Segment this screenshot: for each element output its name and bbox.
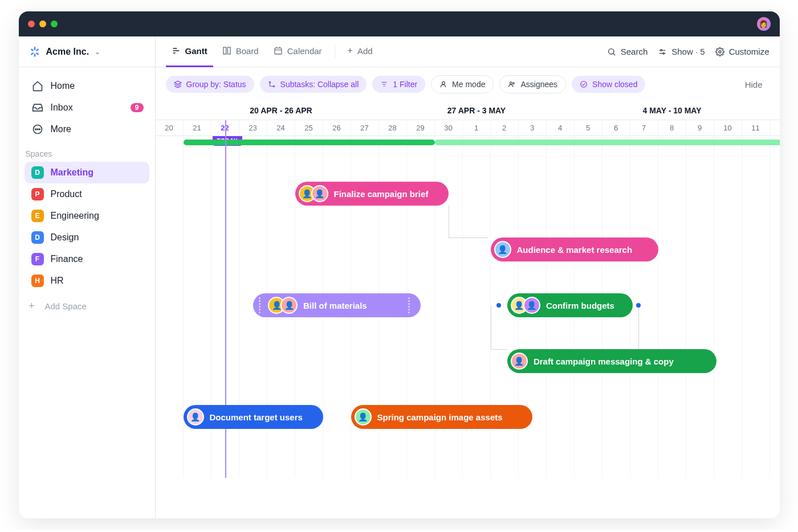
hide-filters-button[interactable]: Hide <box>738 76 769 93</box>
svg-point-2 <box>37 129 38 130</box>
space-item-design[interactable]: DDesign <box>25 227 149 248</box>
add-space-label: Add Space <box>45 301 87 311</box>
task-title: Bill of materials <box>303 301 367 310</box>
task-title: Finalize campaign brief <box>334 189 429 199</box>
main-content: Gantt Board Calendar + Add <box>156 36 780 518</box>
task-bar[interactable]: 👤Document target users <box>184 405 323 429</box>
search-icon <box>607 47 616 56</box>
sidebar: Acme Inc. ⌄ Home Inbox 9 More Spaces <box>19 36 156 518</box>
space-item-marketing[interactable]: DMarketing <box>25 162 149 183</box>
day-cell[interactable]: 10 <box>714 120 742 136</box>
close-window-button[interactable] <box>28 21 35 27</box>
space-name: Finance <box>51 254 83 264</box>
home-icon <box>31 80 44 92</box>
me-mode-pill[interactable]: Me mode <box>431 75 494 93</box>
filter-icon <box>380 80 388 88</box>
spaces-section-label: Spaces <box>19 144 155 162</box>
day-cell[interactable]: 4 <box>547 120 575 136</box>
day-cell[interactable]: 29 <box>407 120 435 136</box>
search-label: Search <box>621 47 648 56</box>
space-item-finance[interactable]: FFinance <box>25 248 149 270</box>
task-bar[interactable]: 👤Spring campaign image assets <box>351 405 533 429</box>
day-cell[interactable]: 20 <box>156 120 184 136</box>
nav-more[interactable]: More <box>25 118 149 140</box>
day-cell[interactable]: 1 <box>463 120 491 136</box>
day-cell[interactable]: 9 <box>686 120 714 136</box>
day-cell[interactable]: 21 <box>184 120 211 136</box>
show-label: Show · 5 <box>671 47 705 56</box>
group-by-label: Group by: Status <box>186 80 246 89</box>
task-bar[interactable]: 👤👤Finalize campaign brief <box>295 182 449 206</box>
search-button[interactable]: Search <box>607 47 648 56</box>
day-cell[interactable]: 24 <box>267 120 295 136</box>
task-bar[interactable]: 👤👤Bill of materials <box>253 293 421 317</box>
day-cell[interactable]: 3 <box>519 120 547 136</box>
task-bar[interactable]: 👤Draft campaign messaging & copy <box>507 349 717 373</box>
space-badge-icon: P <box>31 188 44 200</box>
view-tabs: Gantt Board Calendar + Add <box>156 36 780 67</box>
day-cell[interactable]: 28 <box>379 120 407 136</box>
customize-button[interactable]: Customize <box>715 47 769 56</box>
day-cell[interactable]: 11 <box>742 120 770 136</box>
connector-line <box>449 206 449 238</box>
space-item-engineering[interactable]: EEngineering <box>25 205 149 227</box>
svg-point-1 <box>35 129 36 130</box>
svg-point-21 <box>269 81 270 83</box>
space-badge-icon: E <box>31 210 44 222</box>
show-closed-pill[interactable]: Show closed <box>572 76 645 93</box>
nav-inbox[interactable]: Inbox 9 <box>25 97 149 118</box>
task-title: Confirm budgets <box>546 301 614 310</box>
assignees-pill[interactable]: Assignees <box>499 75 566 93</box>
task-bar[interactable]: 👤👤Confirm budgets <box>507 293 633 317</box>
day-cell[interactable]: 12 <box>770 120 780 136</box>
task-bar[interactable]: 👤Audience & market research <box>491 238 658 261</box>
customize-label: Customize <box>729 47 769 56</box>
subtask-icon <box>268 80 276 88</box>
space-item-hr[interactable]: HHR <box>25 270 149 292</box>
workspace-switcher[interactable]: Acme Inc. ⌄ <box>19 36 155 67</box>
sliders-icon <box>658 47 667 56</box>
svg-point-19 <box>719 51 721 53</box>
day-cell[interactable]: 5 <box>575 120 602 136</box>
day-cell[interactable]: 25 <box>295 120 323 136</box>
day-cell[interactable]: 8 <box>658 120 686 136</box>
svg-marker-20 <box>174 81 181 84</box>
day-cell[interactable]: 26 <box>323 120 351 136</box>
titlebar: 👩 <box>19 11 780 36</box>
day-cell[interactable]: 6 <box>602 120 630 136</box>
timeline-progress-done <box>184 140 435 145</box>
user-avatar[interactable]: 👩 <box>757 17 771 31</box>
connector-line <box>638 308 639 349</box>
filter-pill[interactable]: 1 Filter <box>372 76 425 93</box>
svg-rect-7 <box>223 47 226 54</box>
tab-gantt[interactable]: Gantt <box>166 36 213 67</box>
drag-handle-icon[interactable] <box>256 297 262 313</box>
week-label: 27 APR - 3 MAY <box>379 101 575 120</box>
subtasks-pill[interactable]: Subtasks: Collapse all <box>260 76 367 93</box>
person-icon <box>439 80 447 88</box>
day-cell[interactable]: 23 <box>239 120 267 136</box>
task-title: Document target users <box>210 412 303 422</box>
add-view-button[interactable]: + Add <box>342 36 378 67</box>
svg-point-13 <box>608 48 613 54</box>
tab-calendar[interactable]: Calendar <box>268 36 328 67</box>
day-cell[interactable]: 27 <box>351 120 379 136</box>
minimize-window-button[interactable] <box>39 21 46 27</box>
group-by-pill[interactable]: Group by: Status <box>166 76 254 93</box>
subtasks-label: Subtasks: Collapse all <box>280 80 359 89</box>
board-icon <box>222 46 231 55</box>
space-name: HR <box>51 276 64 286</box>
avatar: 👤 <box>494 241 511 258</box>
week-label: 20 APR - 26 APR <box>184 101 379 120</box>
maximize-window-button[interactable] <box>51 21 58 27</box>
day-cell[interactable]: 7 <box>630 120 658 136</box>
day-cell[interactable]: 2 <box>491 120 519 136</box>
day-cell[interactable]: 30 <box>435 120 463 136</box>
drag-handle-icon[interactable] <box>406 297 412 313</box>
tab-board[interactable]: Board <box>217 36 264 67</box>
add-space-button[interactable]: + Add Space <box>19 295 155 317</box>
nav-home[interactable]: Home <box>25 75 149 97</box>
avatar: 👤 <box>311 185 328 202</box>
show-columns-button[interactable]: Show · 5 <box>658 47 705 56</box>
space-item-product[interactable]: PProduct <box>25 183 149 205</box>
